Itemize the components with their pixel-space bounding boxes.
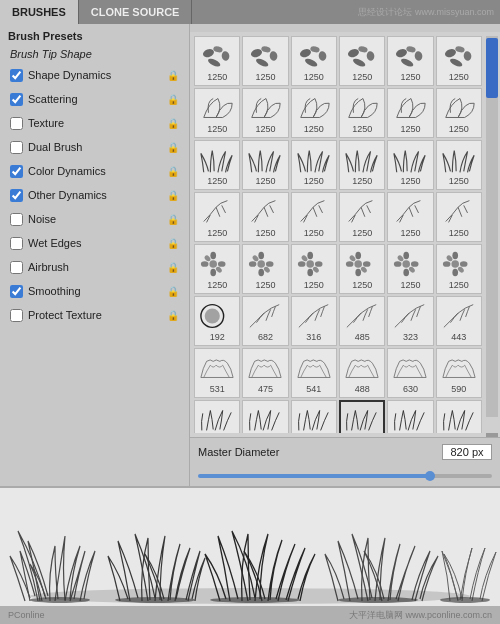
- checkbox-dual-brush[interactable]: [10, 141, 23, 154]
- scrollbar-thumb[interactable]: [486, 38, 498, 98]
- brush-cell[interactable]: 590: [436, 348, 482, 398]
- brush-cell[interactable]: 1250: [339, 36, 385, 86]
- brush-cell[interactable]: 1250: [291, 140, 337, 190]
- brush-cell[interactable]: 1250: [291, 36, 337, 86]
- brush-cell[interactable]: 1250: [339, 244, 385, 294]
- brush-cell[interactable]: 475: [242, 348, 288, 398]
- svg-point-3: [207, 57, 221, 68]
- brush-number: 1250: [207, 124, 227, 134]
- scroll-arrows: ▲ ▼: [486, 433, 498, 437]
- brush-cell[interactable]: 1250: [291, 192, 337, 242]
- left-panel: Brush Presets Brush Tip Shape Shape Dyna…: [0, 24, 190, 486]
- brush-cell[interactable]: 1250: [387, 36, 433, 86]
- brush-number: 485: [355, 332, 370, 342]
- right-panel: 1250 1250 1250 1250 1250 1250: [190, 24, 500, 486]
- brush-cell[interactable]: 1250: [339, 140, 385, 190]
- brush-cell[interactable]: 485: [339, 296, 385, 346]
- brush-cell[interactable]: 1250: [242, 88, 288, 138]
- brush-cell[interactable]: 1250: [291, 88, 337, 138]
- option-dual-brush[interactable]: Dual Brush 🔒: [8, 136, 181, 158]
- brush-cell[interactable]: 1250: [436, 88, 482, 138]
- option-noise[interactable]: Noise 🔒: [8, 208, 181, 230]
- brush-cell[interactable]: 1250: [242, 192, 288, 242]
- brush-cell[interactable]: 630: [387, 348, 433, 398]
- brush-cell[interactable]: 210: [436, 400, 482, 433]
- brush-cell[interactable]: 1250: [194, 192, 240, 242]
- brush-preview-image: [296, 197, 332, 227]
- brush-preview-image: [296, 93, 332, 123]
- brush-cell[interactable]: 1250: [339, 192, 385, 242]
- svg-point-65: [457, 265, 465, 273]
- brush-cell[interactable]: 531: [194, 348, 240, 398]
- brush-cell[interactable]: 1250: [194, 244, 240, 294]
- brush-preview-image: [392, 249, 428, 279]
- brush-cell[interactable]: 541: [291, 348, 337, 398]
- checkbox-wet-edges[interactable]: [10, 237, 23, 250]
- brush-cell[interactable]: 488: [339, 348, 385, 398]
- option-shape-dynamics[interactable]: Shape Dynamics 🔒: [8, 64, 181, 86]
- label-dual-brush: Dual Brush: [28, 141, 162, 153]
- tab-brushes[interactable]: BRUSHES: [0, 0, 79, 24]
- brush-cell[interactable]: 1250: [387, 140, 433, 190]
- brush-preview-image: [247, 41, 283, 71]
- brush-cell[interactable]: 192: [194, 296, 240, 346]
- brush-cell[interactable]: 1250: [194, 140, 240, 190]
- brush-cell[interactable]: 1250: [436, 192, 482, 242]
- brush-cell[interactable]: 1053: [387, 400, 433, 433]
- brush-cell[interactable]: 323: [387, 296, 433, 346]
- brush-number: 1250: [352, 228, 372, 238]
- brush-cell[interactable]: 225: [291, 400, 337, 433]
- option-color-dynamics[interactable]: Color Dynamics 🔒: [8, 160, 181, 182]
- brush-cell[interactable]: 1250: [242, 36, 288, 86]
- brush-cell[interactable]: 1250: [194, 36, 240, 86]
- brush-cell[interactable]: 443: [436, 296, 482, 346]
- brush-cell[interactable]: 1250: [387, 244, 433, 294]
- checkbox-texture[interactable]: [10, 117, 23, 130]
- diameter-slider[interactable]: [198, 474, 492, 478]
- brush-cell[interactable]: 1250: [194, 88, 240, 138]
- checkbox-scattering[interactable]: [10, 93, 23, 106]
- svg-point-5: [261, 45, 272, 53]
- svg-point-16: [395, 47, 408, 58]
- brush-cell[interactable]: 1250: [242, 140, 288, 190]
- brush-number: 1250: [255, 280, 275, 290]
- brush-cell[interactable]: 1250: [242, 244, 288, 294]
- brush-cell[interactable]: 1250: [436, 36, 482, 86]
- option-scattering[interactable]: Scattering 🔒: [8, 88, 181, 110]
- brush-cell[interactable]: 1250: [291, 244, 337, 294]
- brush-cell[interactable]: 1250: [387, 192, 433, 242]
- option-other-dynamics[interactable]: Other Dynamics 🔒: [8, 184, 181, 206]
- checkbox-airbrush[interactable]: [10, 261, 23, 274]
- option-texture[interactable]: Texture 🔒: [8, 112, 181, 134]
- checkbox-shape-dynamics[interactable]: [10, 69, 23, 82]
- option-wet-edges[interactable]: Wet Edges 🔒: [8, 232, 181, 254]
- svg-point-26: [211, 268, 217, 276]
- brush-preview-image: [199, 93, 235, 123]
- svg-point-70: [115, 597, 195, 603]
- brush-cell[interactable]: 1250: [436, 244, 482, 294]
- brush-cell[interactable]: 316: [291, 296, 337, 346]
- option-airbrush[interactable]: Airbrush 🔒: [8, 256, 181, 278]
- brush-cell[interactable]: 1250: [436, 140, 482, 190]
- brush-cell[interactable]: 1250: [339, 88, 385, 138]
- brush-cell[interactable]: 820: [339, 400, 385, 433]
- checkbox-color-dynamics[interactable]: [10, 165, 23, 178]
- brush-cell[interactable]: 542: [242, 400, 288, 433]
- scroll-up-arrow[interactable]: ▲: [486, 433, 498, 437]
- option-protect-texture[interactable]: Protect Texture 🔒: [8, 304, 181, 326]
- tab-spacer: [192, 0, 352, 24]
- brush-preview-image: [344, 197, 380, 227]
- brush-number: 1250: [400, 280, 420, 290]
- option-smoothing[interactable]: Smoothing 🔒: [8, 280, 181, 302]
- checkbox-protect-texture[interactable]: [10, 309, 23, 322]
- checkbox-noise[interactable]: [10, 213, 23, 226]
- svg-point-47: [356, 268, 362, 276]
- checkbox-smoothing[interactable]: [10, 285, 23, 298]
- checkbox-other-dynamics[interactable]: [10, 189, 23, 202]
- brush-cell[interactable]: 514: [194, 400, 240, 433]
- brush-number: 1250: [304, 280, 324, 290]
- svg-point-69: [30, 597, 90, 603]
- brush-cell[interactable]: 682: [242, 296, 288, 346]
- brush-cell[interactable]: 1250: [387, 88, 433, 138]
- tab-clone-source[interactable]: CLONE SOURCE: [79, 0, 193, 24]
